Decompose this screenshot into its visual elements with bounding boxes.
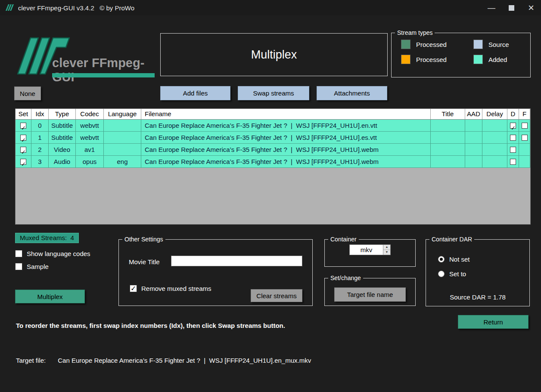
cell-d xyxy=(507,120,519,132)
reorder-instruction: To reorder the streams, first swap index… xyxy=(16,322,285,329)
return-button[interactable]: Return xyxy=(458,315,529,329)
multiplex-button[interactable]: Multiplex xyxy=(15,290,85,303)
mode-panel: Multiplex xyxy=(160,33,388,76)
source-dar-text: Source DAR = 1.78 xyxy=(426,293,529,301)
checkbox[interactable] xyxy=(20,147,26,153)
spin-down-button[interactable]: ▼ xyxy=(383,250,390,255)
cell-set xyxy=(16,144,31,156)
target-file-line: Target file: Can Europe Replace America’… xyxy=(16,357,311,364)
container-format-spinner[interactable]: mkv ▲ ▼ xyxy=(349,244,391,255)
checkbox[interactable] xyxy=(20,123,26,129)
cell-set xyxy=(16,132,31,144)
checkbox[interactable] xyxy=(510,159,516,165)
dar-not-set-label: Not set xyxy=(449,256,470,263)
other-settings-title: Other Settings xyxy=(122,236,165,243)
mode-title: Multiplex xyxy=(251,48,297,62)
table-row[interactable]: 0SubtitlewebvttCan Europe Replace Americ… xyxy=(16,120,530,132)
set-change-group: Set/change Target file name xyxy=(324,275,416,306)
sample-row[interactable]: Sample xyxy=(15,263,49,270)
table-row[interactable]: 1SubtitlewebvttCan Europe Replace Americ… xyxy=(16,132,530,144)
show-language-codes-checkbox[interactable] xyxy=(15,250,22,257)
cell-language xyxy=(104,144,141,156)
checkbox[interactable] xyxy=(522,135,528,141)
minimize-button[interactable]: — xyxy=(482,0,501,15)
checkbox[interactable] xyxy=(510,135,516,141)
container-format-value: mkv xyxy=(350,245,383,255)
stream-types-grid: ProcessedSourceProcessedAdded xyxy=(392,36,530,64)
container-dar-title: Container DAR xyxy=(429,236,474,243)
stream-types-group: Stream types ProcessedSourceProcessedAdd… xyxy=(391,29,531,77)
cell-d xyxy=(507,156,519,168)
cell-idx: 1 xyxy=(31,132,49,144)
stream-types-title: Stream types xyxy=(395,29,435,36)
cell-delay xyxy=(482,156,507,168)
cell-f xyxy=(519,156,530,168)
swap-streams-button[interactable]: Swap streams xyxy=(238,86,309,100)
cell-type: Subtitle xyxy=(49,120,76,132)
close-button[interactable]: × xyxy=(521,0,541,15)
cell-codec: av1 xyxy=(76,144,104,156)
cell-set xyxy=(16,156,31,168)
checkbox[interactable] xyxy=(510,147,516,153)
remove-muxed-streams-row[interactable]: Remove muxed streams xyxy=(130,285,211,292)
cell-f xyxy=(519,144,530,156)
table-row[interactable]: 2Videoav1Can Europe Replace America’s F-… xyxy=(16,144,530,156)
show-language-codes-label: Show language codes xyxy=(27,250,90,257)
column-header[interactable]: Type xyxy=(49,109,76,120)
add-files-button[interactable]: Add files xyxy=(160,86,230,100)
cell-aad xyxy=(465,132,482,144)
column-header[interactable]: AAD xyxy=(465,109,482,120)
logo-text: clever FFmpeg-GUI xyxy=(52,56,155,84)
column-header[interactable]: F xyxy=(519,109,530,120)
cell-language xyxy=(104,120,141,132)
spin-up-button[interactable]: ▲ xyxy=(383,245,390,250)
checkbox[interactable] xyxy=(20,159,26,165)
movie-title-input[interactable] xyxy=(171,256,302,266)
remove-muxed-checkbox[interactable] xyxy=(130,285,137,292)
app-icon xyxy=(5,3,14,12)
maximize-icon xyxy=(509,5,514,11)
dar-not-set-option[interactable]: Not set xyxy=(438,256,470,263)
cell-aad xyxy=(465,156,482,168)
target-file-value: Can Europe Replace America’s F-35 Fighte… xyxy=(58,357,311,364)
cell-title xyxy=(431,144,465,156)
dar-set-to-label: Set to xyxy=(449,270,466,278)
none-button[interactable]: None xyxy=(14,86,41,100)
column-header[interactable]: D xyxy=(507,109,519,120)
column-header[interactable]: Title xyxy=(431,109,465,120)
checkbox[interactable] xyxy=(510,123,516,129)
cell-type: Audio xyxy=(49,156,76,168)
logo-underline xyxy=(52,73,155,77)
cell-type: Video xyxy=(49,144,76,156)
legend-swatch xyxy=(401,40,410,49)
clear-streams-button[interactable]: Clear streams xyxy=(251,289,302,302)
target-file-name-button[interactable]: Target file name xyxy=(334,287,406,302)
column-header[interactable]: Codec xyxy=(76,109,104,120)
column-header[interactable]: Language xyxy=(104,109,141,120)
cell-idx: 0 xyxy=(31,120,49,132)
attachments-button[interactable]: Attachments xyxy=(317,86,387,100)
legend-swatch xyxy=(401,55,410,64)
show-language-codes-row[interactable]: Show language codes xyxy=(15,250,90,257)
stream-table[interactable]: SetIdxTypeCodecLanguageFilenameTitleAADD… xyxy=(15,108,531,225)
sample-checkbox[interactable] xyxy=(15,263,22,270)
column-header[interactable]: Filename xyxy=(141,109,431,120)
cell-f xyxy=(519,132,530,144)
table-row[interactable]: 3AudioopusengCan Europe Replace America’… xyxy=(16,156,530,168)
container-group: Container mkv ▲ ▼ xyxy=(324,236,416,267)
maximize-button[interactable] xyxy=(501,0,521,15)
cell-title xyxy=(431,132,465,144)
column-header[interactable]: Idx xyxy=(31,109,49,120)
movie-title-label: Movie Title xyxy=(129,258,160,265)
dar-set-to-radio[interactable] xyxy=(438,271,445,277)
dar-set-to-option[interactable]: Set to xyxy=(438,270,466,278)
cell-language: eng xyxy=(104,156,141,168)
sample-label: Sample xyxy=(27,263,49,270)
column-header[interactable]: Delay xyxy=(482,109,507,120)
column-header[interactable]: Set xyxy=(16,109,31,120)
cell-delay xyxy=(482,144,507,156)
checkbox[interactable] xyxy=(522,123,528,129)
legend-item: Source xyxy=(473,40,530,49)
checkbox[interactable] xyxy=(20,135,26,141)
dar-not-set-radio[interactable] xyxy=(438,256,445,262)
